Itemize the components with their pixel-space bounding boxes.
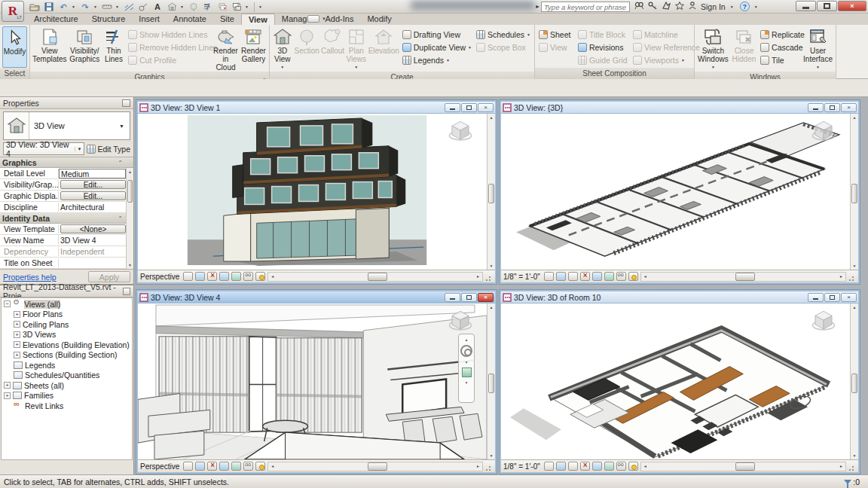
- expand-icon[interactable]: +: [4, 382, 11, 389]
- aligned-dimension-icon[interactable]: [123, 2, 135, 13]
- visual-style-icon[interactable]: [183, 272, 193, 281]
- filter-icon[interactable]: [844, 480, 851, 484]
- shadows-icon[interactable]: [556, 272, 566, 281]
- temporary-hide-isolate-icon[interactable]: [616, 272, 626, 281]
- viewport-canvas-interior[interactable]: ▲ ▼ ▼: [138, 303, 487, 459]
- view-scale-label[interactable]: Perspective: [140, 462, 179, 471]
- viewport-title-bar[interactable]: 3D View: 3D View 4 ×: [138, 291, 495, 303]
- properties-scrollbar[interactable]: ▲ ▼: [126, 168, 133, 269]
- redo-icon[interactable]: ↷: [79, 2, 91, 13]
- elevation-button[interactable]: Elevation: [368, 26, 399, 72]
- legends-button[interactable]: Legends▼: [401, 54, 473, 66]
- sun-path-icon[interactable]: [568, 462, 578, 471]
- scroll-up-icon[interactable]: ▲: [851, 303, 858, 311]
- viewport-canvas-room[interactable]: [501, 303, 850, 459]
- expand-icon[interactable]: +: [14, 311, 20, 318]
- plan-views-button[interactable]: Plan Views▼: [346, 26, 367, 72]
- tree-item-legends[interactable]: Legends: [2, 360, 132, 371]
- viewport-close-button[interactable]: ×: [478, 103, 494, 112]
- unlock-3d-view-icon[interactable]: [604, 462, 614, 471]
- tab-architecture[interactable]: Architecture: [27, 14, 85, 25]
- tree-item-sheets[interactable]: +Sheets (all): [2, 380, 132, 391]
- instance-selector-caret-icon[interactable]: ▼: [75, 147, 84, 151]
- temporary-hide-isolate-icon[interactable]: [616, 462, 626, 471]
- steering-wheel-icon[interactable]: [460, 345, 472, 357]
- resize-grip[interactable]: [485, 272, 493, 282]
- show-crop-region-icon[interactable]: [219, 462, 229, 471]
- view-scale-label[interactable]: 1/8" = 1'-0": [503, 462, 540, 471]
- cascade-button[interactable]: Cascade: [759, 41, 801, 53]
- scroll-right-icon[interactable]: ►: [837, 274, 845, 279]
- tab-modify[interactable]: Modify: [360, 14, 398, 25]
- section-icon[interactable]: [188, 2, 200, 13]
- minimize-button[interactable]: [796, 1, 816, 11]
- scroll-down-icon[interactable]: ▼: [127, 261, 133, 269]
- viewcube[interactable]: [448, 308, 473, 334]
- view-templates-button[interactable]: View Templates: [32, 26, 67, 72]
- scrollbar-thumb[interactable]: [488, 184, 494, 203]
- switch-windows-icon[interactable]: [231, 2, 243, 13]
- viewport-title-bar[interactable]: 3D View: 3D View 1 ×: [138, 102, 495, 114]
- section-button[interactable]: Section: [295, 26, 319, 72]
- duplicate-view-caret-icon[interactable]: ▼: [468, 45, 472, 50]
- measure-dropdown-icon[interactable]: ▼: [115, 5, 121, 9]
- revisions-button[interactable]: Revisions: [576, 41, 630, 53]
- visibility-graphics-button[interactable]: Visibility/ Graphics: [69, 26, 101, 72]
- show-crop-region-icon[interactable]: [219, 272, 229, 281]
- scrollbar-thumb[interactable]: [735, 462, 755, 471]
- search-expand-icon[interactable]: ►: [535, 4, 540, 9]
- show-hidden-lines-button[interactable]: Show Hidden Lines: [127, 29, 211, 41]
- temporary-hide-isolate-icon[interactable]: [243, 462, 253, 471]
- unlock-3d-view-icon[interactable]: [231, 272, 241, 281]
- viewport-maximize-button[interactable]: [461, 103, 477, 112]
- view-template-button[interactable]: <None>: [60, 224, 126, 233]
- tree-item-3d-views[interactable]: +3D Views: [2, 330, 132, 340]
- scroll-up-icon[interactable]: ▲: [851, 114, 858, 121]
- horizontal-scrollbar[interactable]: ◄ ►: [640, 272, 846, 282]
- section-collapse-icon[interactable]: ⌃: [118, 158, 123, 169]
- viewport-title-bar[interactable]: 3D View: {3D} ×: [501, 102, 858, 114]
- scroll-left-icon[interactable]: ◄: [268, 274, 277, 279]
- tile-button[interactable]: Tile: [759, 54, 801, 66]
- resize-grip[interactable]: [848, 272, 856, 282]
- matchline-button[interactable]: Matchline: [631, 29, 692, 41]
- user-interface-button[interactable]: User Interface▼: [802, 26, 833, 72]
- expand-icon[interactable]: +: [14, 321, 20, 328]
- scrollbar-thumb[interactable]: [851, 184, 857, 203]
- drafting-view-button[interactable]: Drafting View: [401, 29, 473, 41]
- visual-style-icon[interactable]: [183, 462, 193, 471]
- redo-dropdown-icon[interactable]: ▼: [93, 5, 99, 9]
- show-crop-region-icon[interactable]: [592, 462, 602, 471]
- navbar-collapse-icon[interactable]: ▲: [465, 337, 469, 342]
- graphic-display-edit-button[interactable]: Edit...: [60, 191, 126, 200]
- visual-style-icon[interactable]: [544, 272, 554, 281]
- thin-lines-icon[interactable]: [202, 2, 214, 13]
- render-gallery-button[interactable]: Render Gallery: [240, 26, 267, 72]
- vertical-scrollbar[interactable]: ▲ ▼: [487, 303, 495, 459]
- scroll-down-icon[interactable]: ▼: [487, 262, 495, 270]
- resize-grip[interactable]: [485, 462, 493, 471]
- view-reference-button[interactable]: View Reference: [631, 41, 692, 53]
- schedules-button[interactable]: Schedules▼: [475, 29, 532, 41]
- scroll-up-icon[interactable]: ▲: [487, 303, 495, 311]
- remove-hidden-lines-button[interactable]: Remove Hidden Lines: [127, 41, 211, 53]
- expand-icon[interactable]: +: [14, 331, 20, 338]
- temporary-hide-isolate-icon[interactable]: [243, 272, 253, 281]
- scroll-left-icon[interactable]: ◄: [641, 274, 649, 279]
- switch-windows-button[interactable]: Switch Windows▼: [697, 26, 729, 72]
- scroll-right-icon[interactable]: ►: [474, 274, 482, 279]
- properties-undock-icon[interactable]: [122, 99, 130, 107]
- apply-button[interactable]: Apply: [88, 271, 130, 282]
- tree-item-sections[interactable]: +Sections (Building Section): [2, 350, 132, 361]
- scrollbar-thumb[interactable]: [851, 374, 857, 393]
- help-icon[interactable]: ?: [740, 2, 750, 11]
- viewport-close-button[interactable]: ×: [841, 293, 857, 302]
- project-browser-header[interactable]: Revit_LT_2013-Dataset_V5.rvt - Proje...: [0, 285, 133, 297]
- scroll-down-icon[interactable]: ▼: [851, 452, 858, 459]
- unlock-3d-view-icon[interactable]: [604, 272, 614, 281]
- communication-center-icon[interactable]: [662, 2, 671, 11]
- tab-structure[interactable]: Structure: [85, 14, 133, 25]
- viewport-3d-view-1[interactable]: 3D View: 3D View 1 ×: [136, 100, 497, 284]
- zoom-dropdown-icon[interactable]: ▼: [465, 380, 469, 385]
- scrollbar-thumb[interactable]: [488, 374, 494, 393]
